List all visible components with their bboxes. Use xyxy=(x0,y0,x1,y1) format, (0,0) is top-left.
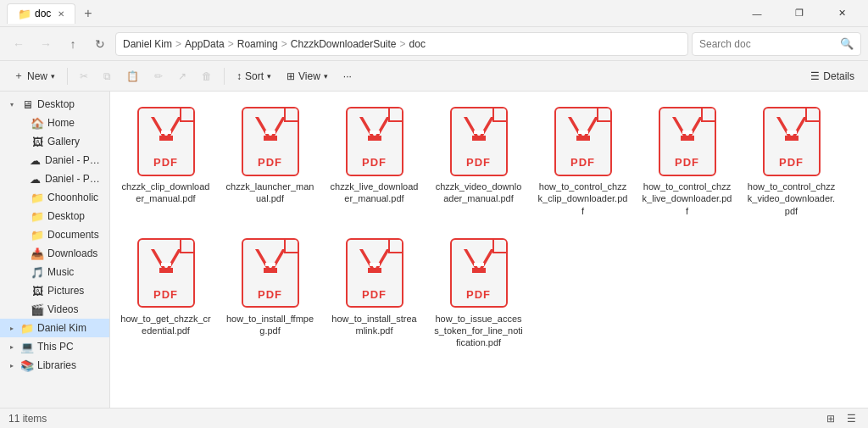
sidebar-icon-desktop2: 📁 xyxy=(31,209,44,223)
sort-icon: ↕ xyxy=(236,70,242,82)
sidebar-item-gallery[interactable]: ▸🖼Gallery xyxy=(0,132,109,151)
search-box[interactable]: 🔍 xyxy=(692,32,861,56)
sidebar-item-choonholic[interactable]: ▸📁Choonholic xyxy=(0,188,109,207)
copy-button[interactable]: ⧉ xyxy=(97,64,118,88)
sidebar-icon-music: 🎵 xyxy=(31,265,44,279)
pdf-icon-bg: PDF xyxy=(242,107,299,176)
sidebar-icon-thispc: 💻 xyxy=(20,340,34,353)
breadcrumb-doc[interactable]: doc xyxy=(409,38,426,50)
file-item[interactable]: PDF how_to_control_chzzk_live_downloader… xyxy=(638,98,736,224)
file-item[interactable]: PDF chzzk_live_downloader_manual.pdf xyxy=(326,98,423,224)
sidebar-icon-choonholic: 📁 xyxy=(31,191,44,204)
file-item[interactable]: PDF how_to_install_streamlink.pdf xyxy=(326,231,423,356)
pdf-icon: PDF xyxy=(344,237,405,309)
sidebar-label-videos: Videos xyxy=(47,303,78,315)
pdf-label: PDF xyxy=(153,156,178,169)
sidebar-item-daniel-pers2[interactable]: ▸☁Daniel - Perso xyxy=(0,170,109,188)
file-name: how_to_install_ffmpeg.pdf xyxy=(225,313,315,337)
breadcrumb[interactable]: Daniel Kim > AppData > Roaming > ChzzkDo… xyxy=(115,32,688,56)
breadcrumb-appdata[interactable]: AppData xyxy=(185,38,225,50)
sidebar-label-choonholic: Choonholic xyxy=(47,192,98,203)
file-item[interactable]: PDF how_to_control_chzzk_video_downloade… xyxy=(743,98,840,224)
pdf-corner xyxy=(180,108,193,122)
more-button[interactable]: ··· xyxy=(337,64,359,88)
address-bar: ← → ↑ ↻ Daniel Kim > AppData > Roaming >… xyxy=(0,27,868,61)
sidebar-label-downloads: Downloads xyxy=(47,247,97,259)
up-button[interactable]: ↑ xyxy=(61,32,85,56)
sidebar-label-gallery: Gallery xyxy=(47,136,80,147)
sidebar-label-danielkim: Daniel Kim xyxy=(37,322,86,334)
new-tab-button[interactable]: + xyxy=(79,6,97,21)
breadcrumb-chzzk[interactable]: ChzzkDownloaderSuite xyxy=(291,38,397,50)
adobe-logo-svg xyxy=(356,246,393,288)
sidebar-item-libraries[interactable]: ▸📚Libraries xyxy=(0,356,109,375)
file-name: how_to_control_chzzk_clip_downloader.pdf xyxy=(537,181,628,217)
file-name: chzzk_live_downloader_manual.pdf xyxy=(329,181,420,205)
list-view-button[interactable]: ☰ xyxy=(843,410,860,427)
sidebar-item-danielkim[interactable]: ▸📁Daniel Kim xyxy=(0,319,109,337)
breadcrumb-roaming[interactable]: Roaming xyxy=(237,38,278,50)
share-button[interactable]: ↗ xyxy=(171,64,193,88)
sidebar-icon-libraries: 📚 xyxy=(20,359,34,372)
sort-button[interactable]: ↕ Sort ▾ xyxy=(230,64,278,88)
window-controls: — ❐ ✕ xyxy=(737,0,861,27)
sidebar-item-downloads[interactable]: ▸📥Downloads xyxy=(0,244,109,263)
sidebar-item-desktop2[interactable]: ▸📁Desktop xyxy=(0,207,109,225)
breadcrumb-daniel-kim[interactable]: Daniel Kim xyxy=(123,38,172,50)
file-item[interactable]: PDF chzzk_clip_downloader_manual.pdf xyxy=(117,98,214,224)
sidebar-label-desktop: Desktop xyxy=(37,98,75,110)
details-button[interactable]: ☰ Details xyxy=(804,64,861,88)
paste-button[interactable]: 📋 xyxy=(120,64,146,88)
search-input[interactable] xyxy=(699,38,840,50)
toolbar-separator-2 xyxy=(224,68,225,85)
maximize-button[interactable]: ❐ xyxy=(780,0,819,27)
sidebar-item-pictures[interactable]: ▸🖼Pictures xyxy=(0,281,109,300)
cut-button[interactable]: ✂ xyxy=(73,64,95,88)
pdf-label: PDF xyxy=(675,156,699,169)
pdf-corner xyxy=(388,108,402,122)
sidebar-item-music[interactable]: ▸🎵Music xyxy=(0,263,109,281)
back-button[interactable]: ← xyxy=(7,32,31,56)
rename-button[interactable]: ✏ xyxy=(147,64,170,88)
pdf-label: PDF xyxy=(466,288,491,301)
sidebar-icon-documents: 📁 xyxy=(31,228,44,242)
sidebar-item-home[interactable]: ▸🏠Home xyxy=(0,114,109,132)
close-button[interactable]: ✕ xyxy=(822,0,861,27)
pdf-icon: PDF xyxy=(344,105,405,177)
adobe-logo-svg xyxy=(460,246,498,288)
adobe-logo-svg xyxy=(356,114,393,156)
view-button[interactable]: ⊞ View ▾ xyxy=(280,64,335,88)
sidebar-item-documents[interactable]: ▸📁Documents xyxy=(0,225,109,244)
sidebar-item-thispc[interactable]: ▸💻This PC xyxy=(0,337,109,356)
pdf-corner xyxy=(180,240,193,253)
pdf-icon-bg: PDF xyxy=(659,107,716,176)
grid-view-button[interactable]: ⊞ xyxy=(822,410,839,427)
file-item[interactable]: PDF how_to_issue_access_token_for_line_n… xyxy=(430,231,527,356)
delete-button[interactable]: 🗑 xyxy=(195,64,219,88)
pdf-label: PDF xyxy=(258,288,282,301)
paste-icon: 📋 xyxy=(126,70,139,82)
file-item[interactable]: PDF how_to_control_chzzk_clip_downloader… xyxy=(534,98,632,224)
file-item[interactable]: PDF chzzk_launcher_manual.pdf xyxy=(221,98,319,224)
minimize-button[interactable]: — xyxy=(737,0,776,27)
pdf-icon: PDF xyxy=(136,237,197,309)
file-item[interactable]: PDF how_to_install_ffmpeg.pdf xyxy=(221,231,319,356)
sidebar-item-desktop[interactable]: ▾🖥Desktop xyxy=(0,95,109,114)
sidebar-item-videos[interactable]: ▸🎬Videos xyxy=(0,300,109,319)
pdf-corner xyxy=(492,108,506,122)
tab-close-button[interactable]: ✕ xyxy=(58,9,64,19)
search-icon: 🔍 xyxy=(840,37,854,50)
adobe-logo-svg xyxy=(252,114,289,156)
pdf-label: PDF xyxy=(153,288,178,301)
sidebar-item-daniel-pers1[interactable]: ▸☁Daniel - Perso xyxy=(0,151,109,170)
pdf-label: PDF xyxy=(570,156,595,169)
pdf-label: PDF xyxy=(362,156,387,169)
refresh-button[interactable]: ↻ xyxy=(88,32,112,56)
pdf-corner xyxy=(597,108,610,122)
new-button[interactable]: ＋ New ▾ xyxy=(7,64,62,88)
new-dropdown-icon: ▾ xyxy=(51,72,55,81)
active-tab[interactable]: 📁 doc ✕ xyxy=(7,3,75,24)
file-item[interactable]: PDF how_to_get_chzzk_credential.pdf xyxy=(117,231,214,356)
forward-button[interactable]: → xyxy=(34,32,58,56)
file-item[interactable]: PDF chzzk_video_downloader_manual.pdf xyxy=(430,98,527,224)
